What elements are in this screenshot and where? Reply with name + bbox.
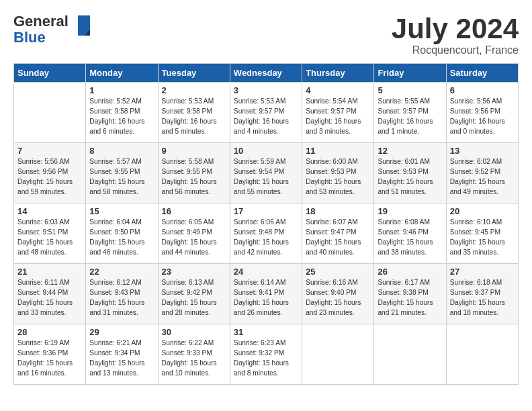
location-title: Rocquencourt, France	[392, 44, 519, 56]
calendar-cell: 8Sunrise: 5:57 AMSunset: 9:55 PMDaylight…	[86, 143, 158, 203]
day-number: 11	[306, 146, 370, 156]
day-number: 2	[162, 85, 226, 95]
cell-info: Sunrise: 6:00 AMSunset: 9:53 PMDaylight:…	[306, 157, 370, 197]
calendar-cell	[302, 324, 374, 385]
cell-info: Sunrise: 5:56 AMSunset: 9:56 PMDaylight:…	[450, 97, 515, 136]
calendar-cell: 13Sunrise: 6:02 AMSunset: 9:52 PMDayligh…	[446, 143, 518, 203]
cell-info: Sunrise: 6:10 AMSunset: 9:45 PMDaylight:…	[450, 218, 515, 257]
cell-info: Sunrise: 6:16 AMSunset: 9:40 PMDaylight:…	[306, 278, 370, 318]
calendar-cell: 29Sunrise: 6:21 AMSunset: 9:34 PMDayligh…	[86, 324, 158, 385]
calendar-cell: 20Sunrise: 6:10 AMSunset: 9:45 PMDayligh…	[446, 203, 518, 264]
calendar-cell: 23Sunrise: 6:13 AMSunset: 9:42 PMDayligh…	[158, 264, 230, 324]
cell-info: Sunrise: 6:23 AMSunset: 9:32 PMDaylight:…	[234, 338, 298, 378]
cell-info: Sunrise: 5:53 AMSunset: 9:58 PMDaylight:…	[162, 97, 226, 136]
calendar-cell	[14, 83, 86, 143]
cell-info: Sunrise: 5:52 AMSunset: 9:58 PMDaylight:…	[89, 97, 154, 136]
calendar-cell: 21Sunrise: 6:11 AMSunset: 9:44 PMDayligh…	[14, 264, 86, 324]
weekday-header-sunday: Sunday	[14, 64, 86, 83]
cell-info: Sunrise: 6:03 AMSunset: 9:51 PMDaylight:…	[17, 218, 82, 257]
calendar-cell: 25Sunrise: 6:16 AMSunset: 9:40 PMDayligh…	[302, 264, 374, 324]
day-number: 1	[89, 85, 154, 95]
cell-info: Sunrise: 6:14 AMSunset: 9:41 PMDaylight:…	[234, 278, 298, 318]
day-number: 9	[162, 146, 226, 156]
calendar-cell: 10Sunrise: 5:59 AMSunset: 9:54 PMDayligh…	[230, 143, 302, 203]
weekday-header-wednesday: Wednesday	[230, 64, 302, 83]
day-number: 20	[450, 206, 515, 216]
weekday-header-row: SundayMondayTuesdayWednesdayThursdayFrid…	[14, 64, 519, 83]
day-number: 16	[162, 206, 226, 216]
calendar-cell	[446, 324, 518, 385]
weekday-header-tuesday: Tuesday	[158, 64, 230, 83]
day-number: 21	[17, 267, 82, 277]
calendar-cell: 15Sunrise: 6:04 AMSunset: 9:50 PMDayligh…	[86, 203, 158, 264]
calendar-cell: 19Sunrise: 6:08 AMSunset: 9:46 PMDayligh…	[374, 203, 446, 264]
logo: General Blue	[13, 13, 91, 46]
calendar-week-row: 14Sunrise: 6:03 AMSunset: 9:51 PMDayligh…	[14, 203, 519, 264]
weekday-header-monday: Monday	[86, 64, 158, 83]
cell-info: Sunrise: 5:55 AMSunset: 9:57 PMDaylight:…	[378, 97, 442, 136]
cell-info: Sunrise: 6:21 AMSunset: 9:34 PMDaylight:…	[89, 338, 154, 378]
day-number: 14	[17, 206, 82, 216]
day-number: 7	[17, 146, 82, 156]
cell-info: Sunrise: 6:04 AMSunset: 9:50 PMDaylight:…	[89, 218, 154, 257]
day-number: 23	[162, 267, 226, 277]
cell-info: Sunrise: 5:56 AMSunset: 9:56 PMDaylight:…	[17, 157, 82, 197]
cell-info: Sunrise: 5:58 AMSunset: 9:55 PMDaylight:…	[162, 157, 226, 197]
calendar-cell	[374, 324, 446, 385]
calendar-table: SundayMondayTuesdayWednesdayThursdayFrid…	[13, 63, 519, 385]
calendar-cell: 27Sunrise: 6:18 AMSunset: 9:37 PMDayligh…	[446, 264, 518, 324]
month-title: July 2024	[392, 13, 519, 44]
calendar-cell: 1Sunrise: 5:52 AMSunset: 9:58 PMDaylight…	[86, 83, 158, 143]
cell-info: Sunrise: 6:02 AMSunset: 9:52 PMDaylight:…	[450, 157, 515, 197]
calendar-cell: 16Sunrise: 6:05 AMSunset: 9:49 PMDayligh…	[158, 203, 230, 264]
day-number: 10	[234, 146, 298, 156]
weekday-header-friday: Friday	[374, 64, 446, 83]
calendar-week-row: 7Sunrise: 5:56 AMSunset: 9:56 PMDaylight…	[14, 143, 519, 203]
calendar-cell: 5Sunrise: 5:55 AMSunset: 9:57 PMDaylight…	[374, 83, 446, 143]
calendar-cell: 4Sunrise: 5:54 AMSunset: 9:57 PMDaylight…	[302, 83, 374, 143]
calendar-cell: 9Sunrise: 5:58 AMSunset: 9:55 PMDaylight…	[158, 143, 230, 203]
day-number: 6	[450, 85, 515, 95]
calendar-cell: 22Sunrise: 6:12 AMSunset: 9:43 PMDayligh…	[86, 264, 158, 324]
cell-info: Sunrise: 6:19 AMSunset: 9:36 PMDaylight:…	[17, 338, 82, 378]
calendar-cell: 6Sunrise: 5:56 AMSunset: 9:56 PMDaylight…	[446, 83, 518, 143]
day-number: 5	[378, 85, 442, 95]
calendar-cell: 12Sunrise: 6:01 AMSunset: 9:53 PMDayligh…	[374, 143, 446, 203]
cell-info: Sunrise: 6:12 AMSunset: 9:43 PMDaylight:…	[89, 278, 154, 318]
cell-info: Sunrise: 6:17 AMSunset: 9:38 PMDaylight:…	[378, 278, 442, 318]
weekday-header-saturday: Saturday	[446, 64, 518, 83]
logo-blue: Blue	[13, 29, 46, 46]
day-number: 26	[378, 267, 442, 277]
calendar-week-row: 28Sunrise: 6:19 AMSunset: 9:36 PMDayligh…	[14, 324, 519, 385]
cell-info: Sunrise: 6:07 AMSunset: 9:47 PMDaylight:…	[306, 218, 370, 257]
day-number: 27	[450, 267, 515, 277]
cell-info: Sunrise: 6:22 AMSunset: 9:33 PMDaylight:…	[162, 338, 226, 378]
cell-info: Sunrise: 6:01 AMSunset: 9:53 PMDaylight:…	[378, 157, 442, 197]
cell-info: Sunrise: 5:53 AMSunset: 9:57 PMDaylight:…	[234, 97, 298, 136]
logo-icon	[71, 14, 91, 38]
cell-info: Sunrise: 5:57 AMSunset: 9:55 PMDaylight:…	[89, 157, 154, 197]
cell-info: Sunrise: 5:59 AMSunset: 9:54 PMDaylight:…	[234, 157, 298, 197]
calendar-cell: 31Sunrise: 6:23 AMSunset: 9:32 PMDayligh…	[230, 324, 302, 385]
cell-info: Sunrise: 6:18 AMSunset: 9:37 PMDaylight:…	[450, 278, 515, 318]
calendar-cell: 18Sunrise: 6:07 AMSunset: 9:47 PMDayligh…	[302, 203, 374, 264]
calendar-cell: 7Sunrise: 5:56 AMSunset: 9:56 PMDaylight…	[14, 143, 86, 203]
day-number: 24	[234, 267, 298, 277]
calendar-cell: 28Sunrise: 6:19 AMSunset: 9:36 PMDayligh…	[14, 324, 86, 385]
calendar-cell: 30Sunrise: 6:22 AMSunset: 9:33 PMDayligh…	[158, 324, 230, 385]
header: General Blue July 2024 Rocquencourt, Fra…	[13, 13, 519, 56]
cell-info: Sunrise: 5:54 AMSunset: 9:57 PMDaylight:…	[306, 97, 370, 136]
calendar-week-row: 1Sunrise: 5:52 AMSunset: 9:58 PMDaylight…	[14, 83, 519, 143]
day-number: 17	[234, 206, 298, 216]
calendar-cell: 17Sunrise: 6:06 AMSunset: 9:48 PMDayligh…	[230, 203, 302, 264]
day-number: 18	[306, 206, 370, 216]
day-number: 13	[450, 146, 515, 156]
cell-info: Sunrise: 6:05 AMSunset: 9:49 PMDaylight:…	[162, 218, 226, 257]
calendar-cell: 14Sunrise: 6:03 AMSunset: 9:51 PMDayligh…	[14, 203, 86, 264]
day-number: 22	[89, 267, 154, 277]
day-number: 29	[89, 327, 154, 337]
day-number: 28	[17, 327, 82, 337]
day-number: 3	[234, 85, 298, 95]
calendar-cell: 2Sunrise: 5:53 AMSunset: 9:58 PMDaylight…	[158, 83, 230, 143]
day-number: 12	[378, 146, 442, 156]
